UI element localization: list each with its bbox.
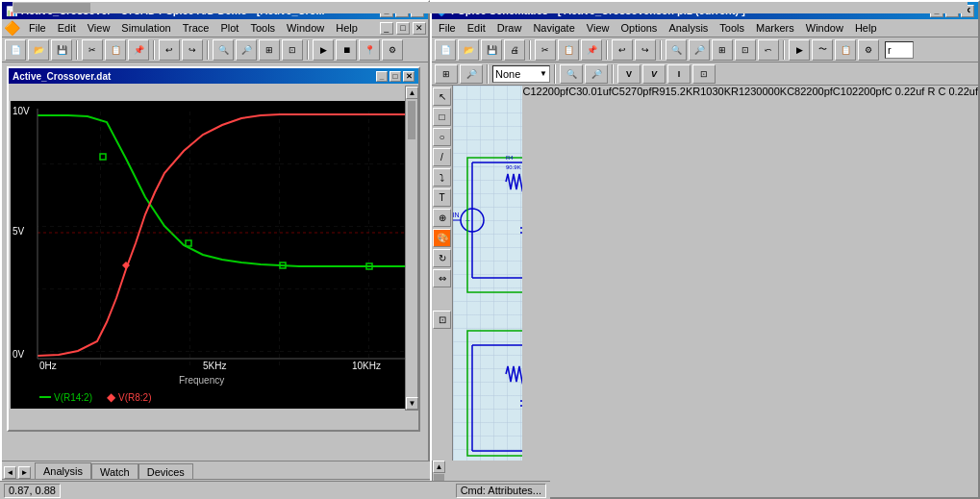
menu-tools-right[interactable]: Tools [715,20,749,36]
menu-plot[interactable]: Plot [215,20,243,36]
rtb-open[interactable]: 📂 [458,39,479,61]
rtb2-v-marker[interactable]: V [617,64,641,84]
tb-markers[interactable]: 📍 [359,39,380,61]
tb-cut[interactable]: ✂ [82,39,103,61]
inner-max[interactable]: □ [389,71,401,82]
menu-edit-left[interactable]: Edit [53,20,81,36]
inner-min[interactable]: _ [376,71,388,82]
tb-zoom-out[interactable]: 🔎 [236,39,257,61]
scroll-down-btn[interactable]: ▼ [406,397,418,410]
tb-zoom-fit[interactable]: ⊡ [282,39,303,61]
menu-edit-right[interactable]: Edit [463,20,490,36]
rtb-undo[interactable]: ↩ [612,39,633,61]
tab-scroll-right[interactable]: ► [18,466,31,479]
menu-simulation[interactable]: Simulation [116,20,175,36]
none-dropdown[interactable]: None ▼ [492,65,550,83]
menu-view-left[interactable]: View [83,20,115,36]
rtb-sep4 [783,40,785,60]
rtb2-zoom1[interactable]: 🔍 [560,64,583,84]
menu-help-left[interactable]: Help [331,20,363,36]
rtb-zoom-prev[interactable]: ⤺ [758,39,779,61]
rb3-label: R12 [731,86,750,461]
menu-tools-left[interactable]: Tools [245,20,280,36]
tb-copy[interactable]: 📋 [105,39,126,61]
tb-settings[interactable]: ⚙ [382,39,403,61]
left-inner-close[interactable]: ✕ [413,22,426,35]
ltb-color[interactable]: 🎨 [433,229,451,247]
menu-window-left[interactable]: Window [282,20,329,36]
left-inner-max[interactable]: □ [396,22,410,35]
tb-zoom-in[interactable]: 🔍 [213,39,234,61]
rtb2-zoom-mode[interactable]: 🔎 [460,64,483,84]
ltb-component[interactable]: ⊕ [433,209,451,227]
hscroll-thumb[interactable] [13,3,90,12]
tb-undo[interactable]: ↩ [159,39,180,61]
menu-window-right[interactable]: Window [801,20,848,36]
menu-navigate[interactable]: Navigate [528,20,579,36]
scroll-up-btn[interactable]: ▲ [406,87,418,99]
inner-close[interactable]: ✕ [403,71,415,82]
ltb-rect[interactable]: □ [433,108,451,126]
vin-label: VIN [453,212,460,218]
tb-save[interactable]: 💾 [51,39,72,61]
rtb-print[interactable]: 🖨 [504,39,525,61]
menu-draw[interactable]: Draw [492,20,527,36]
ltb-extra[interactable]: ⊡ [433,311,451,329]
rtb-input[interactable]: r [885,41,914,59]
menu-markers[interactable]: Markers [751,20,799,36]
menu-trace[interactable]: Trace [178,20,214,36]
left-toolbar: 📄 📂 💾 ✂ 📋 📌 ↩ ↪ 🔍 🔎 ⊞ ⊡ ▶ ⏹ 📍 ⚙ [2,37,428,62]
ltb-mirror[interactable]: ⇔ [433,269,451,287]
rtb-cut[interactable]: ✂ [535,39,556,61]
ltb-circle[interactable]: ○ [433,128,451,146]
tab-analysis[interactable]: Analysis [35,462,91,480]
menu-help-right[interactable]: Help [850,20,882,36]
menu-analysis[interactable]: Analysis [664,20,713,36]
ltb-line[interactable]: / [433,148,451,166]
rtb-new[interactable]: 📄 [435,39,456,61]
rtb-zoom-in[interactable]: 🔍 [666,39,687,61]
rtb2-vi-marker[interactable]: V [642,64,666,84]
tb-new[interactable]: 📄 [5,39,26,61]
rtb-wave[interactable]: 〜 [812,39,833,61]
scroll-thumb[interactable] [408,101,415,139]
rtb-paste[interactable]: 📌 [581,39,602,61]
tb-zoom-area[interactable]: ⊞ [259,39,280,61]
rtb-copy[interactable]: 📋 [558,39,579,61]
menu-options[interactable]: Options [616,20,662,36]
menu-file-right[interactable]: File [434,20,461,36]
rtb-zoom-all[interactable]: ⊡ [735,39,756,61]
rtb-netlist[interactable]: 📋 [835,39,856,61]
rtb-sim[interactable]: ▶ [789,39,810,61]
tb-sim-run[interactable]: ▶ [313,39,334,61]
graph-legend: V(R14:2) ◆ V(R8:2) [39,390,151,404]
tab-scroll-left[interactable]: ◄ [4,466,16,479]
tab-devices[interactable]: Devices [138,463,193,480]
rtb2-extra[interactable]: ⊡ [692,64,716,84]
ltb-text[interactable]: T [433,188,451,207]
tb-paste[interactable]: 📌 [128,39,149,61]
rtb-zoom-box[interactable]: ⊞ [712,39,733,61]
right-status-bar: 0.87, 0.88 Cmd: Attributes... [0,481,550,499]
cb1-val: 2200pf [800,86,833,461]
rtb-zoom-out[interactable]: 🔎 [689,39,710,61]
rtb2-zoom2[interactable]: 🔎 [585,64,608,84]
rtb2-i-marker[interactable]: I [667,64,691,84]
rtb2-page-view[interactable]: ⊞ [435,64,458,84]
ltb-select[interactable]: ↖ [433,87,451,106]
rtb-save[interactable]: 💾 [481,39,502,61]
bottom-tab-bar: ◄ ► Analysis Watch Devices [2,461,432,479]
tab-watch[interactable]: Watch [91,463,138,480]
menu-view-right[interactable]: View [582,20,615,36]
tb-sim-stop[interactable]: ⏹ [336,39,357,61]
tb-redo[interactable]: ↪ [182,39,203,61]
rtb-extra[interactable]: ⚙ [858,39,879,61]
rscroll-up[interactable]: ▲ [433,461,445,473]
rtb-redo[interactable]: ↪ [635,39,656,61]
schematic-area[interactable]: HF-OUT V1 150V 0 [453,86,522,461]
menu-file-left[interactable]: File [24,20,51,36]
tb-open[interactable]: 📂 [28,39,49,61]
left-inner-min[interactable]: _ [380,22,393,35]
ltb-wire[interactable]: ⤵ [433,168,451,187]
ltb-rotate[interactable]: ↻ [433,249,451,267]
